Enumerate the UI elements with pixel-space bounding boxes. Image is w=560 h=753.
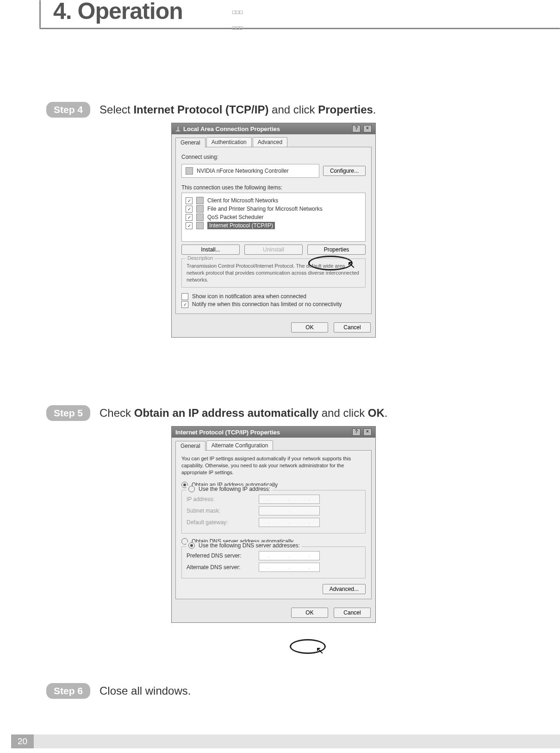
cancel-button[interactable]: Cancel xyxy=(334,322,371,333)
list-item-selected[interactable]: Internet Protocol (TCP/IP) xyxy=(207,222,275,229)
adns-field[interactable]: ... xyxy=(259,563,320,572)
ok-button[interactable]: OK xyxy=(291,608,328,618)
adapter-icon xyxy=(186,167,193,175)
pdns-field[interactable]: ... xyxy=(259,551,320,560)
uses-items-label: This connection uses the following items… xyxy=(181,184,366,191)
header-rule xyxy=(39,28,560,29)
component-icon xyxy=(196,213,204,221)
help-icon[interactable]: ? xyxy=(352,428,361,436)
gateway-label: Default gateway: xyxy=(187,519,251,526)
adapter-name: NVIDIA nForce Networking Controller xyxy=(197,168,289,174)
component-icon xyxy=(196,205,204,213)
cancel-button[interactable]: Cancel xyxy=(334,608,371,618)
subnet-mask-label: Subnet mask: xyxy=(187,508,251,514)
pdns-label: Preferred DNS server: xyxy=(187,552,251,559)
dialog-lan-properties: ⊥ Local Area Connection Properties ? × G… xyxy=(171,123,376,338)
component-icon xyxy=(196,197,204,204)
step5-row: Step 5 Check Obtain an IP address automa… xyxy=(46,405,387,421)
network-icon: ⊥ xyxy=(175,126,180,132)
close-icon[interactable]: × xyxy=(363,428,372,436)
tab-advanced[interactable]: Advanced xyxy=(253,137,287,147)
list-item[interactable]: File and Printer Sharing for Microsoft N… xyxy=(207,206,323,212)
subnet-mask-field: ... xyxy=(259,506,320,515)
radio-use-ip-label: Use the following IP address: xyxy=(199,486,270,492)
step6-row: Step 6 Close all windows. xyxy=(46,683,191,699)
show-icon-label: Show icon in notification area when conn… xyxy=(192,293,306,300)
step6-text: Close all windows. xyxy=(100,684,191,697)
description-title: Description xyxy=(186,255,215,261)
advanced-button[interactable]: Advanced... xyxy=(323,584,366,594)
radio-use-ip[interactable] xyxy=(188,486,195,492)
ok-button[interactable]: OK xyxy=(291,322,328,333)
ip-address-field: ... xyxy=(259,495,320,504)
install-button[interactable]: Install... xyxy=(181,245,240,255)
checkbox-icon[interactable]: ✓ xyxy=(186,206,193,213)
tabs: General Authentication Advanced xyxy=(172,134,375,147)
titlebar: ⊥ Local Area Connection Properties ? × xyxy=(172,123,375,134)
component-icon xyxy=(196,222,204,229)
tabs: General Alternate Configuration xyxy=(172,438,375,450)
adns-label: Alternate DNS server: xyxy=(187,564,251,571)
items-listbox[interactable]: ✓Client for Microsoft Networks ✓File and… xyxy=(181,193,366,242)
adapter-field: NVIDIA nForce Networking Controller xyxy=(181,164,319,178)
show-icon-checkbox[interactable] xyxy=(181,293,188,300)
step5-text: Check Obtain an IP address automatically… xyxy=(100,407,387,420)
checkbox-icon[interactable]: ✓ xyxy=(186,197,193,204)
intro-text: You can get IP settings assigned automat… xyxy=(181,455,366,476)
step6-badge: Step 6 xyxy=(46,683,90,699)
step5-badge: Step 5 xyxy=(46,405,90,421)
description-group: Description Transmission Control Protoco… xyxy=(181,258,366,288)
list-item[interactable]: QoS Packet Scheduler xyxy=(207,214,263,220)
tab-authentication[interactable]: Authentication xyxy=(206,137,252,147)
window-title: Local Area Connection Properties xyxy=(183,126,280,132)
configure-button[interactable]: Configure... xyxy=(323,166,366,176)
checkbox-icon[interactable]: ✓ xyxy=(186,222,193,229)
decorative-dots-icon: ▫▫▫▫▫▫ xyxy=(231,4,242,36)
dialog-tcpip-properties: Internet Protocol (TCP/IP) Properties ? … xyxy=(171,426,376,623)
notify-checkbox[interactable]: ✓ xyxy=(181,301,188,308)
tab-general[interactable]: General xyxy=(175,441,205,451)
step4-badge: Step 4 xyxy=(46,102,90,118)
uninstall-button: Uninstall xyxy=(244,245,303,255)
ip-address-label: IP address: xyxy=(187,496,251,502)
description-text: Transmission Control Protocol/Internet P… xyxy=(187,263,361,283)
gateway-field: ... xyxy=(259,518,320,527)
notify-label: Notify me when this connection has limit… xyxy=(192,301,342,307)
tab-general[interactable]: General xyxy=(175,138,205,147)
figure-dialog1: ⊥ Local Area Connection Properties ? × G… xyxy=(171,123,376,338)
connect-using-label: Connect using: xyxy=(181,154,366,160)
radio-use-dns-label: Use the following DNS server addresses: xyxy=(199,542,300,549)
list-item[interactable]: Client for Microsoft Networks xyxy=(207,197,278,204)
titlebar: Internet Protocol (TCP/IP) Properties ? … xyxy=(172,427,375,438)
figure-dialog2: Internet Protocol (TCP/IP) Properties ? … xyxy=(171,426,376,623)
tab-alternate[interactable]: Alternate Configuration xyxy=(206,440,274,450)
radio-use-dns[interactable] xyxy=(188,542,195,549)
highlight-circle-icon xyxy=(290,639,326,654)
step4-text: Select Internet Protocol (TCP/IP) and cl… xyxy=(100,103,376,116)
section-title: 4. Operation xyxy=(53,0,191,25)
cursor-icon: ↖ xyxy=(316,645,324,657)
checkbox-icon[interactable]: ✓ xyxy=(186,214,193,221)
page-number: 20 xyxy=(11,734,34,748)
close-icon[interactable]: × xyxy=(363,125,372,132)
properties-button[interactable]: Properties xyxy=(307,245,366,255)
step4-row: Step 4 Select Internet Protocol (TCP/IP)… xyxy=(46,102,376,118)
window-title: Internet Protocol (TCP/IP) Properties xyxy=(175,429,280,436)
help-icon[interactable]: ? xyxy=(352,125,361,132)
